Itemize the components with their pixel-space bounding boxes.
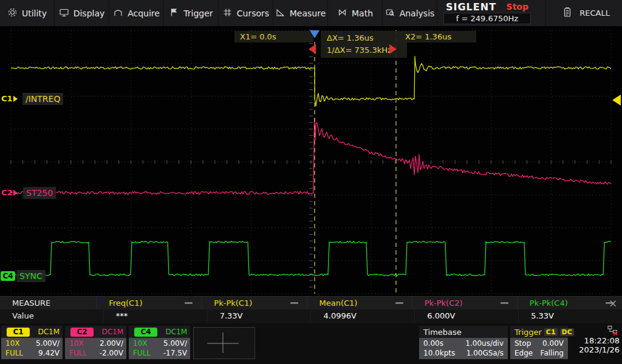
measure-value: 4.0996V (310, 309, 414, 322)
recall-button[interactable]: RECALL (545, 0, 610, 26)
trigger-position-marker[interactable] (310, 30, 320, 38)
clipboard-icon (562, 7, 572, 19)
menu-item-measure[interactable]: Measure (273, 0, 328, 26)
measure-column-header: Pk-Pk(C1) (201, 297, 306, 309)
oscilloscope-screen: { "menu": { "items": [ {"label":"Utility… (0, 0, 622, 364)
trigger-level-marker[interactable] (612, 95, 621, 106)
menu-item-label: Measure (290, 8, 326, 18)
scope-graticule-and-traces (0, 26, 622, 296)
menu-item-label: Math (352, 8, 373, 18)
channel4-badge: C4 (134, 328, 157, 337)
menu-item-display[interactable]: Display (55, 0, 109, 26)
coupling-value: DC1M (165, 328, 187, 336)
waveform-display[interactable]: X1= 0.0s ΔX= 1.36us 1/ΔX= 735.3kHz X2= 1… (0, 26, 622, 296)
menu-item-label: Acquire (128, 8, 160, 18)
channel1-offset-marker[interactable]: C1 (1, 94, 18, 103)
menu-item-analysis[interactable]: Analysis (383, 0, 437, 26)
trigger-flag-icon (169, 7, 179, 19)
measure-ruler-icon (275, 7, 285, 19)
bottom-status-bar: C1 DC1M 10X5.00V/ FULL9.42V C2 DC1M 10X2… (0, 323, 622, 364)
menu-item-math[interactable]: Math (328, 0, 383, 26)
measure-value: 7.33V (207, 309, 311, 322)
timebase-title: Timebase (423, 328, 462, 337)
crosshair-icon (194, 328, 253, 357)
menu-item-utility[interactable]: Utility (0, 0, 55, 26)
display-icon (59, 7, 69, 19)
measure-column-header: Freq(C1) (96, 297, 201, 309)
collapse-measure-button[interactable] (290, 302, 298, 304)
timebase-box[interactable]: Timebase 0.00s1.00us/div 10.0kpts1.00GSa… (419, 326, 508, 359)
menu-item-cursors[interactable]: Cursors (219, 0, 273, 26)
channel4-offset-marker[interactable]: C4 (1, 271, 15, 281)
gear-icon (7, 7, 18, 19)
coupling-value: DC1M (101, 328, 123, 336)
logo-status-block: SIGLENT Stop f = 249.6750Hz (441, 0, 533, 26)
channel2-status-box[interactable]: C2 DC1M 10X2.00V/ FULL-2.00V (65, 326, 126, 359)
coupling-value: DC1M (38, 328, 60, 336)
trigger-title: Trigger (514, 328, 542, 337)
measure-title: MEASURE (0, 298, 96, 308)
trigger-source-chip: C1 (544, 328, 558, 336)
top-menu-bar: Utility Display Acquire Trigger Cursors … (0, 0, 622, 26)
clock-time: 18:22:08 (570, 336, 620, 345)
cursor-x1-readout: X1= 0.0s (234, 31, 313, 42)
collapse-measure-button[interactable] (185, 302, 193, 304)
measure-value: 5.33V (518, 309, 622, 322)
cursor-x2-handle[interactable] (389, 44, 397, 54)
menu-item-label: Analysis (400, 8, 435, 18)
menu-item-trigger[interactable]: Trigger (164, 0, 219, 26)
channel1-signal-label: /INTREQ (22, 93, 63, 105)
menu-item-label: Utility (22, 8, 47, 18)
channel1-badge: C1 (7, 328, 30, 337)
measure-value-row-label: Value (0, 311, 103, 320)
collapse-measure-button[interactable] (501, 302, 508, 304)
channel1-status-box[interactable]: C1 DC1M 10X5.00V/ FULL9.42V (1, 326, 63, 359)
brand-logo: SIGLENT (446, 1, 496, 13)
measurement-bar: MEASURE Freq(C1) Pk-Pk(C1) Mean(C1) Pk-P… (0, 296, 622, 324)
trigger-box[interactable]: Trigger C1DC Stop0.00V EdgeFalling (510, 326, 568, 359)
measure-column-header: Pk-Pk(C4) (517, 297, 622, 309)
close-measure-bar-button[interactable]: × (607, 298, 618, 309)
datetime-block: 18:22:08 2023/1/26 (570, 325, 620, 354)
menu-item-label: Trigger (183, 8, 213, 18)
acquire-icon (113, 7, 123, 19)
channel4-status-box[interactable]: C4 DC1M 10X5.00V/ FULL-17.5V (129, 326, 190, 359)
network-disconnected-icon (570, 325, 620, 336)
math-channel-placeholder[interactable] (193, 327, 255, 359)
analysis-search-icon (385, 7, 395, 19)
measure-column-header: Mean(C1) (307, 297, 412, 309)
menu-item-label: Cursors (237, 8, 269, 18)
measure-column-header: Pk-Pk(C2) (412, 297, 517, 309)
channel2-signal-label: ST250 (23, 187, 56, 199)
collapse-measure-button[interactable] (395, 302, 403, 304)
channel2-badge: C2 (70, 328, 94, 337)
recall-label: RECALL (579, 8, 610, 18)
trigger-frequency-readout: f = 249.6750Hz (443, 13, 531, 24)
cursor-x2-readout: X2= 1.36us (400, 31, 476, 42)
channel2-offset-marker[interactable]: C2 (1, 188, 18, 197)
channel4-signal-label: SYNC (16, 270, 46, 282)
measure-value: *** (103, 309, 207, 322)
measure-value: 6.000V (414, 309, 518, 322)
cursors-grid-icon (222, 7, 233, 19)
menu-item-label: Display (73, 8, 105, 18)
menu-item-acquire[interactable]: Acquire (109, 0, 164, 26)
math-bowtie-icon (337, 7, 347, 19)
clock-date: 2023/1/26 (570, 345, 620, 354)
cursor-dx-value: ΔX= 1.36us (327, 32, 401, 44)
acquisition-status[interactable]: Stop (507, 2, 528, 12)
cursor-x1-handle[interactable] (309, 44, 316, 54)
